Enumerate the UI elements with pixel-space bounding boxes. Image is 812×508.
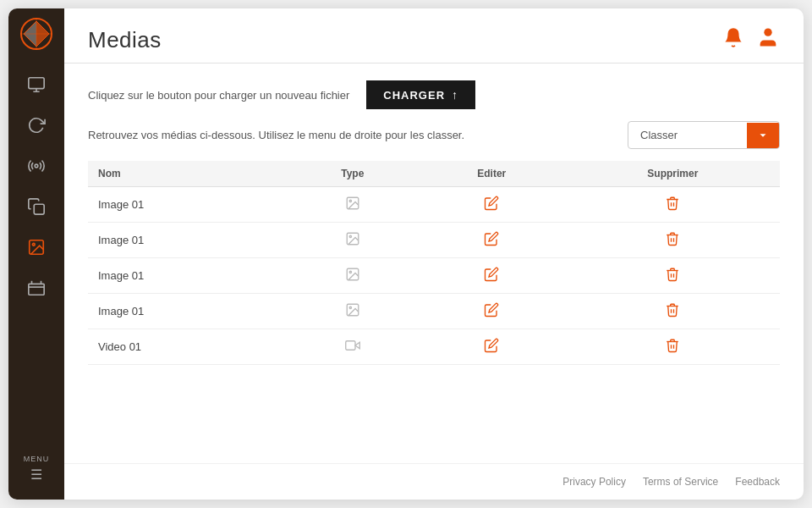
cell-type	[288, 187, 418, 223]
cell-edit[interactable]	[418, 187, 566, 223]
upload-button-label: CHARGER	[383, 89, 445, 102]
svg-point-18	[349, 271, 351, 273]
upload-arrow-icon: ↑	[452, 88, 458, 102]
svg-point-12	[764, 29, 771, 36]
sidebar-item-image[interactable]	[19, 230, 53, 264]
media-table: Nom Type Editer Supprimer Image 01Image …	[88, 161, 780, 365]
sort-arrow-icon	[747, 123, 779, 148]
sidebar: MENU ☰	[8, 8, 64, 500]
cell-delete[interactable]	[566, 294, 780, 329]
svg-point-20	[349, 306, 351, 308]
cell-edit[interactable]	[418, 258, 566, 294]
logo[interactable]	[19, 17, 53, 51]
table-row: Image 01	[88, 223, 780, 258]
upload-row: Cliquez sur le bouton pour charger un no…	[88, 80, 780, 109]
cell-name: Image 01	[88, 223, 288, 258]
upload-button[interactable]: CHARGER ↑	[366, 80, 475, 109]
filter-row: Retrouvez vos médias ci-dessous. Utilise…	[88, 121, 780, 149]
svg-marker-21	[355, 342, 359, 349]
cell-delete[interactable]	[566, 258, 780, 294]
cell-type	[288, 258, 418, 294]
sidebar-item-monitor[interactable]	[19, 68, 53, 102]
cell-name: Image 01	[88, 258, 288, 294]
sort-dropdown[interactable]: Classer	[628, 121, 780, 149]
cell-type	[288, 223, 418, 258]
cell-edit[interactable]	[418, 294, 566, 329]
cell-delete[interactable]	[566, 223, 780, 258]
svg-rect-22	[346, 341, 355, 351]
hamburger-button[interactable]: ☰	[30, 467, 42, 483]
svg-point-4	[35, 164, 38, 168]
table-row: Image 01	[88, 187, 780, 223]
cell-edit[interactable]	[418, 223, 566, 258]
main-content: Medias Cliquez s	[64, 8, 804, 500]
app-container: MENU ☰ Medias	[8, 8, 804, 500]
notification-bell-icon[interactable]	[722, 26, 744, 53]
cell-type	[288, 329, 418, 365]
sidebar-item-refresh[interactable]	[19, 108, 53, 142]
table-row: Image 01	[88, 294, 780, 329]
svg-rect-1	[29, 78, 44, 89]
footer: Privacy PolicyTerms of ServiceFeedback	[64, 463, 804, 500]
privacy-policy-link[interactable]: Privacy Policy	[562, 476, 626, 488]
cell-type	[288, 294, 418, 329]
filter-description: Retrouvez vos médias ci-dessous. Utilise…	[88, 129, 464, 141]
cell-name: Video 01	[88, 329, 288, 365]
terms-link[interactable]: Terms of Service	[643, 476, 718, 488]
col-header-delete: Supprimer	[566, 161, 780, 187]
upload-description: Cliquez sur le bouton pour charger un no…	[88, 89, 349, 102]
table-body: Image 01Image 01Image 01Image 01Video 01	[88, 187, 780, 365]
cell-name: Image 01	[88, 187, 288, 223]
cell-delete[interactable]	[566, 329, 780, 365]
svg-point-16	[349, 235, 351, 237]
svg-point-14	[349, 200, 351, 202]
table-row: Video 01	[88, 329, 780, 365]
col-header-type: Type	[288, 161, 418, 187]
cell-name: Image 01	[88, 294, 288, 329]
user-profile-icon[interactable]	[756, 25, 780, 54]
cell-delete[interactable]	[566, 187, 780, 223]
sidebar-item-broadcast[interactable]	[19, 149, 53, 183]
svg-point-7	[32, 243, 35, 246]
cell-edit[interactable]	[418, 329, 566, 365]
col-header-name: Nom	[88, 161, 288, 187]
header: Medias	[64, 8, 804, 64]
page-title: Medias	[88, 27, 162, 53]
table-row: Image 01	[88, 258, 780, 294]
content-area: Cliquez sur le bouton pour charger un no…	[64, 64, 804, 463]
sort-label: Classer	[628, 122, 747, 148]
svg-rect-5	[34, 204, 44, 214]
sidebar-item-layers[interactable]	[19, 271, 53, 305]
header-icons	[722, 25, 780, 54]
svg-rect-8	[29, 284, 44, 295]
sidebar-item-copy[interactable]	[19, 190, 53, 224]
table-header: Nom Type Editer Supprimer	[88, 161, 780, 187]
menu-label: MENU	[24, 455, 50, 463]
feedback-link[interactable]: Feedback	[735, 476, 780, 488]
col-header-edit: Editer	[418, 161, 566, 187]
